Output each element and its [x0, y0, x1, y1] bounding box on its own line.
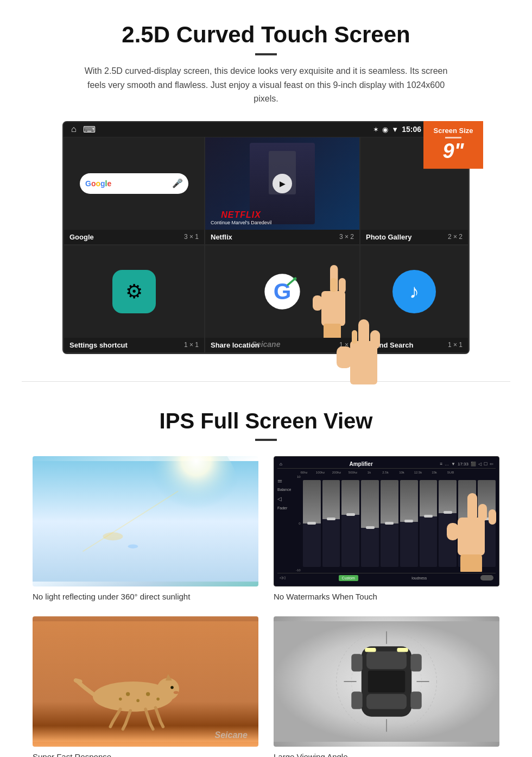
share-location-content: G [205, 245, 359, 338]
sound-app-size: 1 × 1 [448, 341, 463, 349]
section1-description: With 2.5D curved-display screen, this de… [76, 64, 456, 106]
svg-rect-24 [489, 509, 496, 525]
status-bar: ⌂ ⌨ ✶ ◉ ▼ 15:06 ⬛ ◁ ✕ ▭ [64, 122, 468, 137]
svg-point-18 [103, 532, 123, 540]
svg-rect-44 [368, 670, 405, 692]
svg-point-34 [156, 697, 160, 701]
amp-time: 17:33 [458, 462, 468, 466]
eq-label-15k: 15k [427, 471, 442, 474]
svg-rect-20 [458, 518, 485, 556]
sunlight-svg [33, 456, 258, 586]
netflix-logo: NETFLIX [211, 210, 271, 220]
gallery-label-bar: Photo Gallery 2 × 2 [360, 230, 468, 244]
google-app-name: Google [69, 233, 94, 241]
svg-rect-49 [365, 648, 376, 652]
loudness-toggle[interactable] [480, 575, 493, 581]
sunlight-caption: No light reflecting under 360° direct su… [33, 592, 258, 601]
svg-point-33 [146, 692, 150, 696]
eq-label-200: 200hz [329, 471, 344, 474]
svg-rect-21 [447, 523, 459, 540]
netflix-subtitle: Continue Marvel's Daredevil [211, 220, 271, 225]
cheetah-image: Seicane [33, 616, 258, 747]
custom-button[interactable]: Custom [339, 575, 358, 581]
eq-label-10k: 10k [394, 471, 409, 474]
google-app-content: Google 🎤 [64, 137, 204, 230]
eq-area: ⚌ Balance ◁ Fader 10 0 -10 [277, 475, 496, 572]
google-logo: Google [85, 179, 111, 188]
eq-bar-2 [322, 480, 340, 567]
sound-search-content: ♪ [360, 245, 468, 338]
eq-label-sub: SUB [443, 471, 458, 474]
sound-app-name: Sound Search [366, 341, 413, 349]
svg-point-31 [136, 699, 140, 702]
amp-title: Amplifier [349, 461, 372, 467]
svg-point-32 [119, 697, 122, 701]
amp-prev-icon: ◁◁ [280, 576, 285, 580]
section2-title: IPS Full Screen View [22, 409, 510, 433]
loudness-label: loudness [411, 576, 427, 580]
badge-size: 9" [429, 141, 478, 161]
gallery-app-name: Photo Gallery [366, 233, 412, 241]
app-cell-google: Google 🎤 Google 3 × 1 [64, 137, 205, 245]
title-divider [255, 53, 277, 55]
vol-icon2: ◁ [277, 496, 295, 502]
balance-label: Balance [277, 488, 295, 491]
bluetooth-icon: ✶ [373, 125, 379, 134]
eq-label-500: 500hz [345, 471, 360, 474]
google-label-bar: Google 3 × 1 [64, 230, 204, 244]
svg-point-37 [174, 691, 179, 694]
section1-title: 2.5D Curved Touch Screen [33, 22, 499, 48]
google-maps-logo: G [263, 273, 301, 311]
car-svg [274, 616, 499, 747]
eq-sidebar: ⚌ Balance ◁ Fader [277, 475, 295, 572]
hand-pointing-icon [300, 256, 359, 338]
app-cell-netflix: ▶ NETFLIX Continue Marvel's Daredevil Ne… [205, 137, 360, 245]
google-search-box[interactable]: Google 🎤 [80, 173, 188, 194]
photo-gallery-grid [413, 137, 416, 230]
svg-text:G: G [274, 279, 292, 304]
svg-rect-25 [460, 554, 482, 572]
amp-win: ⇦ [490, 462, 493, 466]
badge-divider [445, 137, 461, 138]
app-grid-row2: ⚙ Settings shortcut 1 × 1 [64, 245, 468, 353]
svg-rect-47 [351, 691, 362, 709]
app-cell-sound: ♪ Sound Search 1 × 1 [360, 245, 468, 353]
status-time: 15:06 [402, 125, 421, 134]
eq-labels: 60hz 100hz 200hz 500hz 1k 2.5k 10k 12.5k… [296, 471, 496, 474]
svg-rect-22 [467, 493, 477, 521]
app-cell-settings: ⚙ Settings shortcut 1 × 1 [64, 245, 205, 353]
app-grid-row1: Google 🎤 Google 3 × 1 [64, 137, 468, 353]
amp-vol: ◁ [478, 462, 482, 466]
seicane-cheetah-watermark: Seicane [215, 730, 248, 740]
feature-grid: No light reflecting under 360° direct su… [22, 456, 510, 757]
wifi-icon: ▼ [391, 125, 398, 134]
section-curved-screen: 2.5D Curved Touch Screen With 2.5D curve… [0, 0, 532, 365]
settings-label-bar: Settings shortcut 1 × 1 [64, 338, 204, 352]
eq-label-1k: 1k [362, 471, 377, 474]
slider-icon: ⚌ [277, 477, 295, 483]
eq-label-100: 100hz [313, 471, 328, 474]
amp-x: ☐ [484, 462, 487, 466]
eq-bar-7 [420, 480, 438, 567]
sunlight-image [33, 456, 258, 586]
eq-label-60: 60hz [296, 471, 312, 474]
svg-point-36 [170, 686, 174, 689]
music-note-icon: ♪ [392, 270, 436, 313]
gallery-app-size: 2 × 2 [448, 233, 463, 241]
play-button[interactable]: ▶ [273, 174, 292, 193]
device-frame: ⌂ ⌨ ✶ ◉ ▼ 15:06 ⬛ ◁ ✕ ▭ [62, 121, 470, 354]
location-icon: ◉ [382, 125, 388, 134]
eq-label-2k5: 2.5k [378, 471, 393, 474]
settings-content: ⚙ [64, 245, 204, 338]
amp-header: ⌂ Amplifier ≡ … ▼ 17:33 ⬛ ◁ ☐ ⇦ [277, 460, 496, 469]
amplifier-image: ⌂ Amplifier ≡ … ▼ 17:33 ⬛ ◁ ☐ ⇦ [274, 456, 499, 586]
eq-bar-1 [303, 480, 321, 567]
svg-rect-45 [351, 654, 362, 671]
share-app-size: 1 × 1 [339, 341, 354, 349]
screen-size-badge: Screen Size 9" [423, 121, 483, 169]
amp-status: ≡ … ▼ 17:33 ⬛ ◁ ☐ ⇦ [440, 462, 493, 466]
amp-wifi: ▼ [451, 462, 455, 466]
db-scale: 10 0 -10 [296, 475, 301, 572]
svg-point-19 [128, 544, 138, 548]
svg-point-29 [157, 678, 179, 700]
